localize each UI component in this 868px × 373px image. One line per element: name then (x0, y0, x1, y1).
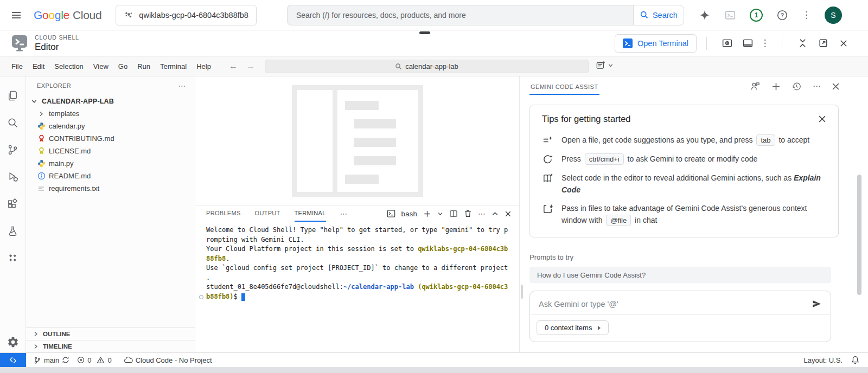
back-icon[interactable]: ← (229, 61, 238, 71)
file-item-main-py[interactable]: main.py (26, 157, 195, 170)
gemini-more-icon[interactable]: ⋯ (813, 81, 821, 91)
global-search-input[interactable]: Search (/) for resources, docs, products… (287, 5, 633, 25)
kill-terminal-icon[interactable] (464, 209, 472, 218)
menu-go[interactable]: Go (113, 62, 132, 70)
toggle-panel-icon[interactable] (737, 35, 758, 52)
tab-output[interactable]: OUTPUT (255, 205, 280, 222)
history-icon[interactable] (792, 81, 802, 92)
cloud-shell-editor-window: Google Cloud qwiklabs-gcp-04-6804c3b88fb… (0, 0, 868, 373)
search-view-icon[interactable] (0, 109, 25, 136)
file-item-contributing-md[interactable]: CONTRIBUTING.md (26, 132, 195, 145)
vertical-scrollbar[interactable] (857, 175, 861, 295)
resize-handle[interactable] (419, 31, 430, 34)
main-menu-icon[interactable] (10, 9, 23, 22)
tab-problems[interactable]: PROBLEMS (206, 205, 241, 222)
menu-run[interactable]: Run (132, 62, 155, 70)
cloud-shell-toggle-icon[interactable] (724, 9, 736, 21)
web-preview-icon[interactable] (717, 35, 737, 52)
panel-more-icon[interactable]: ⋯ (478, 209, 486, 218)
user-chat-icon[interactable] (750, 81, 761, 92)
shell-type-label[interactable]: bash (401, 210, 417, 218)
cloud-code-status[interactable]: Cloud Code - No Project (124, 356, 212, 364)
file-item-readme-md[interactable]: README.md (26, 170, 195, 182)
sidebar-sections: OUTLINETIMELINE (26, 327, 195, 352)
panel-resize-thumb[interactable] (521, 285, 523, 299)
file-item-calendar-py[interactable]: calendar.py (26, 120, 195, 132)
shell-more-options-icon[interactable]: ⋮ (758, 35, 772, 52)
section-timeline[interactable]: TIMELINE (26, 340, 195, 352)
git-branch-status[interactable]: main (34, 356, 69, 364)
menu-list: FileEditSelectionViewGoRunTerminalHelp (7, 62, 216, 70)
remote-indicator[interactable] (0, 353, 26, 367)
avatar[interactable]: S (825, 7, 842, 24)
tip-item: Press ctrl/cmd+i to ask Gemini to create… (542, 153, 826, 165)
notifications-bell-icon[interactable] (851, 356, 859, 364)
cloud-shell-icon (11, 34, 28, 53)
notifications-badge[interactable]: 1 (750, 9, 763, 22)
run-debug-icon[interactable] (0, 163, 25, 190)
chevron-right-icon (31, 344, 40, 349)
extensions-icon[interactable] (0, 190, 25, 217)
file-item-templates[interactable]: templates (26, 107, 195, 120)
terminal-output[interactable]: Welcome to Cloud Shell! Type "help" to g… (195, 222, 519, 352)
sidebar-spacer (26, 195, 195, 327)
gemini-diamonds-icon[interactable] (0, 245, 25, 272)
menu-terminal[interactable]: Terminal (155, 62, 192, 70)
menu-file[interactable]: File (7, 62, 28, 70)
close-icon[interactable] (833, 35, 854, 52)
workspace-search-input[interactable]: calendar-app-lab (265, 60, 589, 73)
chevron-down-icon (30, 99, 39, 104)
gemini-input[interactable]: Ask Gemini or type '@' (539, 300, 618, 308)
help-icon[interactable]: ? (776, 9, 788, 21)
tips-card-header: Tips for getting started (542, 114, 826, 124)
project-icon (124, 10, 133, 20)
settings-gear-icon[interactable] (0, 336, 25, 348)
explorer-more-icon[interactable]: ⋯ (178, 81, 186, 90)
menu-view[interactable]: View (88, 62, 113, 70)
send-icon[interactable] (812, 299, 822, 309)
tree-root-folder[interactable]: CALENDAR-APP-LAB (26, 95, 195, 107)
file-label: README.md (49, 172, 91, 180)
gemini-close-icon[interactable] (832, 82, 840, 91)
problems-status[interactable]: 0 0 (77, 356, 111, 364)
editor-layout-control[interactable] (596, 60, 614, 70)
open-terminal-button[interactable]: Open Terminal (615, 34, 697, 53)
lab-flask-icon[interactable] (0, 217, 25, 245)
window-bottom-edge (0, 367, 868, 373)
file-item-license-md[interactable]: LICENSE.md (26, 145, 195, 157)
more-options-icon[interactable]: ⋮ (802, 9, 811, 21)
bottom-panel: PROBLEMSOUTPUTTERMINAL ⋯ bash (195, 205, 519, 352)
new-terminal-icon[interactable] (423, 210, 431, 218)
explorer-files-icon[interactable] (0, 82, 25, 109)
menu-edit[interactable]: Edit (28, 62, 49, 70)
global-search: Search (/) for resources, docs, products… (287, 5, 684, 25)
gemini-panel-title[interactable]: GEMINI CODE ASSIST (529, 78, 599, 95)
panel-tabs-more-icon[interactable]: ⋯ (340, 209, 348, 218)
google-cloud-logo[interactable]: Google Cloud (34, 9, 101, 22)
section-outline[interactable]: OUTLINE (26, 327, 195, 340)
new-chat-icon[interactable] (771, 82, 781, 91)
terminal-line: rompting with Gemini CLI. (206, 235, 514, 245)
terminal-dropdown-icon[interactable] (437, 211, 443, 217)
close-panel-icon[interactable] (505, 210, 512, 217)
open-in-new-icon[interactable] (813, 35, 833, 52)
prompt-suggestion[interactable]: How do I use Gemini Code Assist? (529, 267, 831, 283)
menu-selection[interactable]: Selection (49, 62, 88, 70)
collapse-icon[interactable] (792, 35, 813, 52)
keyboard-layout-label[interactable]: Layout: U.S. (803, 356, 843, 364)
file-label: LICENSE.md (49, 147, 91, 155)
tips-close-icon[interactable] (818, 115, 826, 123)
file-item-requirements-txt[interactable]: requirements.txt (26, 182, 195, 195)
context-items-button[interactable]: 0 context items (537, 320, 609, 335)
forward-icon[interactable]: → (246, 61, 255, 71)
global-search-button[interactable]: Search (633, 5, 684, 25)
split-terminal-icon[interactable] (449, 209, 458, 218)
editor-column: PROBLEMSOUTPUTTERMINAL ⋯ bash (195, 76, 520, 352)
tab-terminal[interactable]: TERMINAL (295, 205, 326, 222)
panel-tabs: PROBLEMSOUTPUTTERMINAL (206, 205, 340, 222)
gemini-sparkle-icon[interactable] (699, 9, 711, 21)
project-selector[interactable]: qwiklabs-gcp-04-6804c3b88fb8 (116, 5, 257, 25)
source-control-icon[interactable] (0, 136, 25, 163)
menu-help[interactable]: Help (192, 62, 216, 70)
maximize-panel-icon[interactable] (492, 210, 499, 217)
